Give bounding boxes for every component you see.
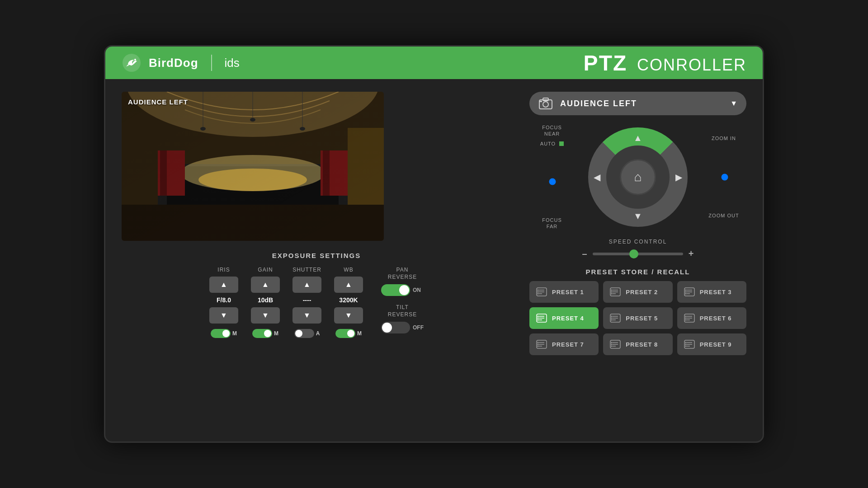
shutter-mode-toggle[interactable]: A [294, 329, 320, 338]
preset-icon [536, 286, 547, 298]
header-ids: ids [225, 56, 240, 70]
svg-point-85 [611, 344, 613, 345]
svg-point-86 [611, 346, 613, 347]
zoom-in-label: ZOOM IN [712, 135, 736, 141]
shutter-mode-label: A [316, 330, 320, 337]
header-title: PTZ CONROLLER [584, 51, 746, 75]
iris-down-button[interactable]: ▼ [209, 307, 238, 324]
gain-toggle-track[interactable] [252, 329, 272, 338]
zoom-slider-container [697, 145, 751, 209]
svg-point-37 [538, 293, 539, 295]
pan-reverse-label: PAN REVERSE [388, 267, 417, 281]
pan-reverse-toggle: ON [381, 284, 424, 296]
preset-2-button[interactable]: PRESET 2 [603, 281, 672, 303]
preset-6-button[interactable]: PRESET 6 [677, 307, 746, 329]
zoom-slider[interactable] [722, 150, 725, 204]
speed-minus-button[interactable]: – [582, 249, 587, 259]
speed-plus-button[interactable]: + [689, 249, 694, 259]
svg-point-64 [611, 318, 613, 319]
svg-rect-30 [540, 101, 542, 102]
exposure-controls: IRIS ▲ F/8.0 ▼ M [209, 267, 363, 338]
preset-title: PRESET STORE / RECALL [529, 268, 746, 276]
pan-tilt-section: PAN REVERSE ON [381, 267, 424, 333]
wb-mode-toggle[interactable]: M [335, 329, 362, 338]
preset-icon [609, 338, 621, 350]
svg-point-57 [538, 318, 539, 319]
iris-value: F/8.0 [210, 296, 237, 304]
left-panel: AUDIENCE LEFT EXPOSURE SETTINGS IRIS ▲ F… [122, 92, 511, 429]
preset-8-button[interactable]: PRESET 8 [603, 333, 672, 355]
preset-label: PRESET 9 [700, 341, 732, 348]
camera-icon [538, 96, 553, 111]
shutter-down-button[interactable]: ▼ [292, 307, 321, 324]
svg-point-84 [611, 342, 613, 343]
pan-reverse-track[interactable] [381, 284, 410, 296]
preset-7-button[interactable]: PRESET 7 [529, 333, 599, 355]
shutter-up-button[interactable]: ▲ [292, 277, 321, 293]
focus-auto-label: AUTO [540, 141, 556, 146]
svg-point-49 [685, 290, 686, 291]
preset-label: PRESET 6 [700, 315, 732, 322]
iris-label: IRIS [217, 267, 230, 273]
shutter-toggle-track[interactable] [294, 329, 314, 338]
focus-auto-indicator [559, 141, 564, 146]
tilt-reverse-track[interactable] [381, 322, 410, 333]
preset-icon [536, 338, 547, 350]
wb-down-button[interactable]: ▼ [334, 307, 363, 324]
dpad-container: ▲ ▼ ◀ ▶ ⌂ [588, 127, 688, 227]
preset-icon [609, 312, 621, 324]
wb-up-button[interactable]: ▲ [334, 277, 363, 293]
preset-label: PRESET 4 [552, 315, 584, 322]
svg-point-78 [538, 344, 539, 345]
header: BirdDog ids PTZ CONROLLER [105, 47, 763, 79]
dpad-left-button[interactable]: ◀ [594, 172, 600, 183]
speed-slider-row: – + [582, 249, 694, 259]
focus-far-label: FOCUS FAR [542, 217, 562, 230]
video-label: AUDIENCE LEFT [128, 98, 188, 106]
iris-toggle-knob [222, 330, 230, 337]
dpad-home-button[interactable]: ⌂ [620, 159, 656, 195]
iris-up-button[interactable]: ▲ [209, 277, 238, 293]
tilt-reverse-toggle: OFF [381, 322, 424, 333]
tilt-reverse-label: TILT REVERSE [388, 304, 417, 318]
svg-point-77 [538, 342, 539, 343]
dpad-up-button[interactable]: ▲ [633, 133, 642, 143]
svg-point-65 [611, 319, 613, 321]
preset-5-button[interactable]: PRESET 5 [603, 307, 672, 329]
dpad-right-button[interactable]: ▶ [675, 172, 682, 183]
speed-slider[interactable] [593, 253, 683, 255]
preset-label: PRESET 7 [552, 341, 584, 348]
focus-slider[interactable] [551, 155, 553, 209]
gain-col: GAIN ▲ 10dB ▼ M [251, 267, 280, 338]
wb-label: WB [344, 267, 353, 273]
iris-mode-toggle[interactable]: M [211, 329, 237, 338]
preset-label: PRESET 2 [626, 289, 658, 296]
exposure-title: EXPOSURE SETTINGS [272, 252, 361, 259]
gain-label: GAIN [258, 267, 273, 273]
camera-selector[interactable]: AUDIENCE LEFT ▼ [529, 92, 746, 115]
gain-down-button[interactable]: ▼ [251, 307, 280, 324]
gain-value: 10dB [252, 296, 279, 304]
header-left: BirdDog ids [122, 53, 240, 73]
gain-toggle-knob [264, 330, 271, 337]
preset-9-button[interactable]: PRESET 9 [677, 333, 746, 355]
ptz-label: PTZ [584, 51, 627, 75]
pan-reverse-knob [399, 285, 409, 295]
focus-slider-wrap: FOCUS NEAR AUTO FOCUS FAR [525, 124, 579, 230]
gain-mode-toggle[interactable]: M [252, 329, 278, 338]
preset-label: PRESET 3 [700, 289, 732, 296]
zoom-out-label: ZOOM OUT [708, 212, 739, 219]
header-divider [211, 55, 212, 71]
iris-toggle-track[interactable] [211, 329, 231, 338]
wb-toggle-track[interactable] [335, 329, 355, 338]
wb-value: 3200K [335, 296, 362, 304]
dpad-down-button[interactable]: ▼ [633, 211, 642, 221]
dpad-outer: ▲ ▼ ◀ ▶ ⌂ [588, 127, 688, 227]
preset-4-button[interactable]: PRESET 4 [529, 307, 599, 329]
focus-near-label: FOCUS NEAR [542, 124, 562, 137]
gain-up-button[interactable]: ▲ [251, 277, 280, 293]
preset-1-button[interactable]: PRESET 1 [529, 281, 599, 303]
video-preview: AUDIENCE LEFT [122, 92, 384, 241]
preset-3-button[interactable]: PRESET 3 [677, 281, 746, 303]
brand-name: BirdDog [149, 56, 198, 70]
